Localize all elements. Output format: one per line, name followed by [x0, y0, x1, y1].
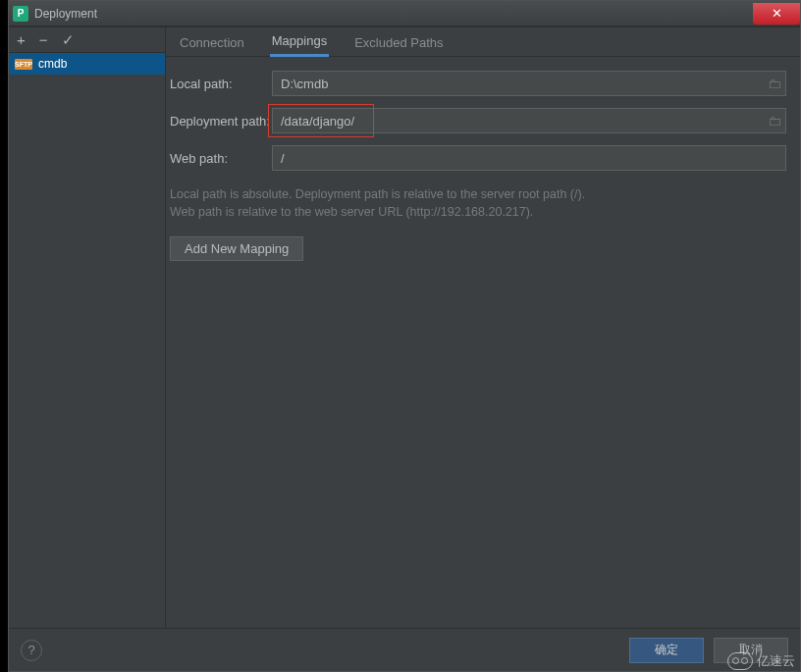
folder-icon[interactable]: 🗀	[764, 76, 785, 91]
local-path-label: Local path:	[166, 77, 272, 91]
local-path-row: Local path: 🗀	[166, 71, 786, 96]
deployment-path-label: Deployment path:	[166, 114, 272, 129]
deployment-path-input[interactable]	[273, 109, 764, 132]
window-title: Deployment	[34, 7, 753, 21]
add-mapping-button[interactable]: Add New Mapping	[170, 236, 303, 261]
help-button[interactable]: ?	[21, 640, 42, 661]
web-path-row: Web path:	[166, 145, 786, 171]
sftp-badge: SFTP	[15, 59, 32, 70]
web-path-input[interactable]	[273, 146, 785, 170]
help-text: Local path is absolute. Deployment path …	[166, 182, 786, 221]
watermark-text: 亿速云	[757, 652, 795, 670]
footer: ? 确定 取消	[9, 628, 800, 671]
content: Connection Mappings Excluded Paths Local…	[166, 27, 800, 628]
watermark: 亿速云	[727, 652, 795, 670]
web-path-label: Web path:	[166, 151, 272, 166]
sidebar-item-cmdb[interactable]: SFTP cmdb	[9, 53, 165, 75]
app-icon: P	[13, 6, 28, 22]
watermark-logo-icon	[727, 652, 753, 670]
close-button[interactable]: ✕	[753, 3, 800, 25]
help-line-1: Local path is absolute. Deployment path …	[170, 186, 786, 204]
folder-icon[interactable]: 🗀	[764, 113, 785, 129]
check-icon[interactable]: ✓	[62, 31, 75, 49]
titlebar: P Deployment ✕	[9, 1, 800, 26]
sidebar-item-label: cmdb	[38, 57, 67, 71]
add-icon[interactable]: +	[17, 31, 26, 48]
body-area: + − ✓ SFTP cmdb Connection Mappings Excl…	[9, 26, 800, 628]
tab-connection[interactable]: Connection	[178, 29, 246, 56]
remove-icon[interactable]: −	[39, 31, 48, 48]
ok-button[interactable]: 确定	[629, 638, 704, 663]
local-path-input-wrap: 🗀	[272, 71, 786, 96]
tabs: Connection Mappings Excluded Paths	[166, 27, 800, 57]
sidebar-list: SFTP cmdb	[9, 53, 165, 628]
deployment-path-row: Deployment path: 🗀	[166, 108, 786, 133]
tab-excluded-paths[interactable]: Excluded Paths	[352, 29, 445, 56]
deployment-path-input-wrap: 🗀	[272, 108, 786, 133]
tab-mappings[interactable]: Mappings	[270, 27, 329, 57]
web-path-input-wrap	[272, 145, 786, 171]
sidebar-toolbar: + − ✓	[9, 27, 165, 53]
deployment-window: P Deployment ✕ + − ✓ SFTP cmdb Connectio…	[8, 0, 801, 672]
form-area: Local path: 🗀 Deployment path: 🗀	[166, 57, 800, 261]
help-line-2: Web path is relative to the web server U…	[170, 204, 786, 222]
local-path-input[interactable]	[273, 72, 764, 95]
sidebar: + − ✓ SFTP cmdb	[9, 27, 166, 628]
